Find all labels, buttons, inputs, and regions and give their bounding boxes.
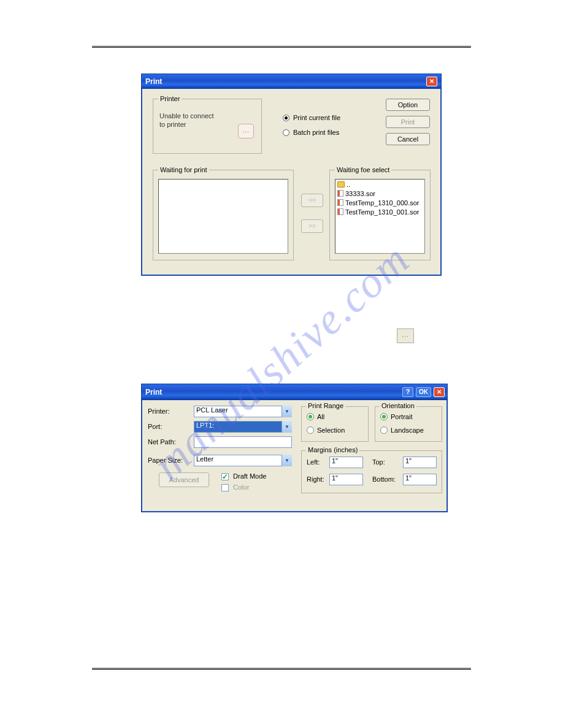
chevron-down-icon[interactable]: ▼ [282,421,292,433]
papersize-value[interactable]: Letter [194,455,292,466]
title-text: Print [145,77,162,86]
parent-folder-row[interactable]: .. [335,180,424,189]
radio-icon [307,427,314,434]
radio-icon [380,427,388,434]
range-all-radio[interactable]: All [307,413,324,420]
title-text: Print [145,388,162,396]
file-row[interactable]: 33333.sor [335,189,424,198]
waiting-print-group: Waiting for print [153,170,294,260]
range-legend: Print Range [306,402,345,409]
print-range-group: Print Range All Selection [301,406,369,442]
print-dialog: Print ✕ Printer Unable to connect to pri… [141,74,442,276]
margin-left-label: Left: [307,458,320,466]
file-icon [337,208,343,215]
margin-right-input[interactable]: 1" [329,474,363,485]
top-divider [92,46,471,48]
move-left-button[interactable]: << [301,194,323,207]
file-label: TestTemp_1310_000.sor [345,199,419,207]
radio-icon [307,413,314,420]
radio-icon [283,129,289,136]
printer-label: Printer: [148,408,169,415]
printer-legend: Printer [158,95,182,102]
waiting-select-legend: Waiting foe select [335,166,391,173]
orientation-legend: Orientation [380,402,416,409]
bottom-divider [92,668,471,670]
port-value[interactable]: LPT1: [194,421,292,433]
margins-legend: Margins (inches) [306,446,359,453]
ok-button[interactable]: OK [416,387,431,397]
checkbox-icon [221,473,229,480]
chevron-down-icon[interactable]: ▼ [282,406,292,417]
waiting-print-legend: Waiting for print [158,166,209,173]
netpath-value[interactable] [194,436,292,448]
margin-right-label: Right: [307,476,324,483]
portrait-label: Portrait [391,413,412,420]
file-icon [337,190,343,197]
printer-status: Unable to connect to printer [159,112,214,129]
file-row[interactable]: TestTemp_1310_000.sor [335,198,424,207]
port-label: Port: [148,423,162,430]
margin-top-label: Top: [372,458,385,466]
orientation-group: Orientation Portrait Landscape [375,406,442,442]
radio-icon [380,413,388,420]
parent-label: .. [347,181,350,188]
color-checkbox[interactable]: Color [221,483,249,491]
landscape-label: Landscape [391,427,424,434]
papersize-label: Paper Size: [148,457,183,464]
file-row[interactable]: TestTemp_1310_001.sor [335,207,424,216]
radio-icon [283,115,289,121]
close-icon[interactable]: ✕ [434,387,445,397]
printer-status-l2: to printer [159,121,186,128]
file-label: TestTemp_1310_001.sor [345,208,419,216]
draft-checkbox[interactable]: Draft Mode [221,472,266,480]
netpath-label: Net Path: [148,438,176,446]
printer-combo[interactable]: PCL Laser ▼ [194,406,292,417]
help-icon[interactable]: ? [402,387,413,397]
cancel-button[interactable]: Cancel [386,133,430,145]
dialog-button-column: Option Print Cancel [386,99,430,145]
color-label: Color [233,483,249,491]
option-button[interactable]: Option [386,99,430,111]
printer-group: Printer Unable to connect to printer ... [153,99,262,154]
print-mode-group: Print current file Batch print files [283,114,340,143]
papersize-combo[interactable]: Letter ▼ [194,455,292,466]
margin-top-input[interactable]: 1" [403,457,437,468]
margin-left-input[interactable]: 1" [329,457,363,468]
margins-group: Margins (inches) Left: 1" Top: 1" Right:… [301,450,442,493]
landscape-radio[interactable]: Landscape [380,427,424,434]
batch-print-label: Batch print files [293,129,339,136]
folder-icon [337,181,345,188]
print-current-radio[interactable]: Print current file [283,114,340,121]
close-icon[interactable]: ✕ [426,77,437,86]
print-current-label: Print current file [293,114,340,121]
titlebar[interactable]: Print ? OK ✕ [142,384,447,400]
range-selection-label: Selection [317,427,345,434]
checkbox-icon [221,484,229,491]
waiting-select-group: Waiting foe select .. 33333.sor TestTemp… [329,170,431,260]
print-setup-dialog: Print ? OK ✕ Printer: Port: Net Path: Pa… [141,384,448,512]
file-icon [337,199,343,206]
margin-bottom-input[interactable]: 1" [403,474,437,485]
print-button[interactable]: Print [386,116,430,128]
titlebar[interactable]: Print ✕ [142,74,441,89]
range-selection-radio[interactable]: Selection [307,427,345,434]
waiting-print-list[interactable] [158,179,288,254]
chevron-down-icon[interactable]: ▼ [282,455,292,466]
port-combo[interactable]: LPT1: ▼ [194,421,292,433]
printer-browse-button[interactable]: ... [238,124,254,138]
margin-bottom-label: Bottom: [372,476,396,483]
advanced-button[interactable]: Advanced [159,472,209,487]
file-label: 33333.sor [345,190,375,197]
portrait-radio[interactable]: Portrait [380,413,412,420]
inline-browse-button[interactable]: ... [397,328,414,343]
move-right-button[interactable]: >> [301,219,323,233]
waiting-select-list[interactable]: .. 33333.sor TestTemp_1310_000.sor TestT… [335,179,425,254]
printer-status-l1: Unable to connect [159,112,214,119]
netpath-field[interactable] [194,436,292,448]
move-buttons: << >> [301,194,323,233]
batch-print-radio[interactable]: Batch print files [283,129,340,136]
printer-value[interactable]: PCL Laser [194,406,292,417]
draft-label: Draft Mode [233,472,266,480]
range-all-label: All [317,413,324,420]
